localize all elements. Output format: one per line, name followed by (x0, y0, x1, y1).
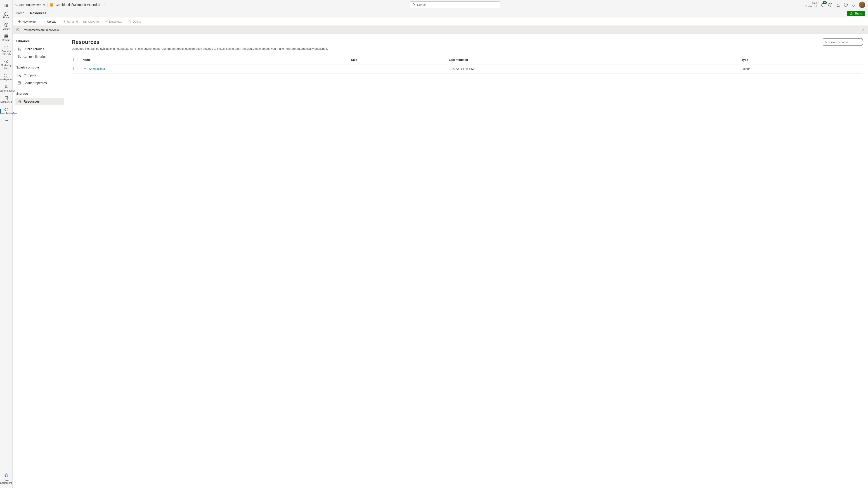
new-folder-label: New folder (23, 20, 37, 23)
rename-button: Rename (59, 19, 80, 24)
home-icon (4, 11, 8, 16)
plus-circle-icon (4, 23, 8, 27)
share-button[interactable]: Share (847, 11, 865, 16)
rail-create[interactable]: Create (0, 21, 13, 32)
download-manager-button[interactable] (836, 2, 840, 7)
svg-rect-20 (5, 97, 8, 100)
notification-badge: 55 (823, 1, 827, 4)
user-avatar[interactable] (859, 2, 865, 8)
table-row[interactable]: SampleData - 3/15/2024 1:46 PM Folder (72, 64, 863, 73)
monitoring-icon (4, 59, 8, 64)
share-button-label: Share (854, 12, 862, 15)
download-button: Download (102, 19, 125, 24)
row-checkbox[interactable] (73, 67, 77, 70)
rail-data-engineering[interactable]: Data Engineering (0, 472, 13, 486)
preview-banner: Environments are in preview. (13, 26, 868, 34)
banner-text: Environments are in preview. (22, 28, 59, 32)
sidebar-item-compute[interactable]: Compute (15, 71, 64, 79)
rail-monitoring-label: Monitoring hub (0, 64, 12, 70)
svg-point-2 (7, 4, 8, 4)
data-engineering-icon (4, 473, 8, 478)
column-modified[interactable]: Last modified (447, 55, 740, 64)
column-size[interactable]: Size (349, 55, 447, 64)
filter-input[interactable] (829, 40, 867, 44)
sidebar-resources-label: Resources (24, 100, 40, 103)
sort-ascending-icon: ↑ (91, 59, 93, 61)
rail-customerreview[interactable]: CustomerReviewEnv (0, 106, 13, 116)
svg-point-25 (830, 4, 831, 5)
page-title: Resources (72, 39, 99, 45)
workspace-icon (4, 85, 8, 89)
rail-notebook1[interactable]: Notebook 1 (0, 95, 13, 105)
sensitivity-label[interactable]: Confidential\Microsoft Extended (56, 3, 100, 6)
rail-monitoring[interactable]: Monitoring hub (0, 58, 13, 71)
move-to-label: Move to (88, 20, 99, 23)
svg-rect-15 (4, 74, 6, 75)
trial-status: Trial: 59 days left (805, 2, 817, 8)
rail-waffle[interactable] (0, 2, 13, 9)
rail-shuaijun[interactable]: Shuaijun_FabCon (0, 83, 13, 94)
cell-size: - (349, 64, 447, 73)
folder-icon (83, 67, 87, 71)
move-to-button: Move to (81, 19, 101, 24)
rail-browse[interactable]: Browse (0, 33, 13, 43)
search-input[interactable] (417, 3, 498, 6)
feedback-button[interactable] (851, 2, 856, 7)
rail-shuaijun-label: Shuaijun_FabCon (0, 90, 16, 92)
svg-rect-18 (6, 76, 8, 77)
download-icon (104, 20, 108, 23)
environment-name: CustomerReviewEnv (16, 3, 45, 6)
upload-button[interactable]: Upload (40, 19, 59, 24)
move-icon (83, 20, 87, 23)
properties-icon (17, 81, 21, 85)
sidebar-item-spark-properties[interactable]: Spark properties (15, 79, 64, 87)
sidebar-item-public-libraries[interactable]: Public libraries (15, 45, 64, 53)
cell-type: Folder (740, 64, 863, 73)
rail-notebook1-label: Notebook 1 (0, 101, 12, 103)
tab-home[interactable]: Home (16, 11, 24, 17)
svg-point-8 (7, 6, 8, 7)
svg-point-6 (4, 6, 5, 7)
library-icon (17, 47, 21, 51)
main-content: Resources Uploaded files will be availab… (66, 34, 868, 488)
svg-point-3 (4, 5, 5, 6)
rail-onelake-label: OneLake data hub (0, 50, 12, 56)
sidebar-public-label: Public libraries (24, 47, 44, 51)
delete-label: Delete (133, 20, 141, 23)
sidebar-compute-label: Compute (24, 73, 36, 77)
select-all-checkbox[interactable] (73, 58, 77, 61)
rail-workspaces[interactable]: Workspaces (0, 72, 13, 82)
settings-button[interactable] (828, 2, 833, 7)
more-icon (4, 119, 8, 123)
filter-box[interactable] (823, 38, 863, 46)
rail-home[interactable]: Home (0, 10, 13, 20)
new-folder-button[interactable]: New folder (16, 19, 39, 24)
page-subtitle: Uploaded files will be available in note… (72, 47, 863, 51)
column-type[interactable]: Type (740, 55, 863, 64)
resource-link[interactable]: SampleData (89, 67, 105, 70)
svg-point-4 (6, 5, 6, 6)
sidebar-custom-label: Custom libraries (24, 55, 46, 59)
library-icon (17, 55, 21, 59)
notifications-button[interactable]: 55 (820, 2, 825, 7)
rename-icon (62, 20, 65, 23)
rail-more[interactable] (0, 117, 13, 124)
chevron-down-icon[interactable] (102, 3, 105, 6)
tab-resources[interactable]: Resources (30, 11, 46, 17)
rail-create-label: Create (3, 28, 9, 30)
resources-icon (17, 99, 21, 103)
delete-button: Delete (125, 19, 144, 24)
svg-rect-16 (6, 74, 8, 75)
global-search[interactable] (410, 1, 500, 8)
svg-point-29 (19, 75, 20, 76)
banner-close-button[interactable] (862, 28, 865, 32)
svg-point-23 (7, 121, 8, 121)
rail-onelake[interactable]: OneLake data hub (0, 44, 13, 57)
svg-rect-27 (62, 21, 64, 22)
svg-point-13 (5, 46, 8, 47)
sidebar-item-resources[interactable]: Resources (15, 98, 64, 105)
rail-workspaces-label: Workspaces (0, 78, 12, 81)
sidebar-item-custom-libraries[interactable]: Custom libraries (15, 53, 64, 61)
help-button[interactable] (844, 2, 848, 7)
column-name[interactable]: Name↑ (81, 55, 349, 64)
